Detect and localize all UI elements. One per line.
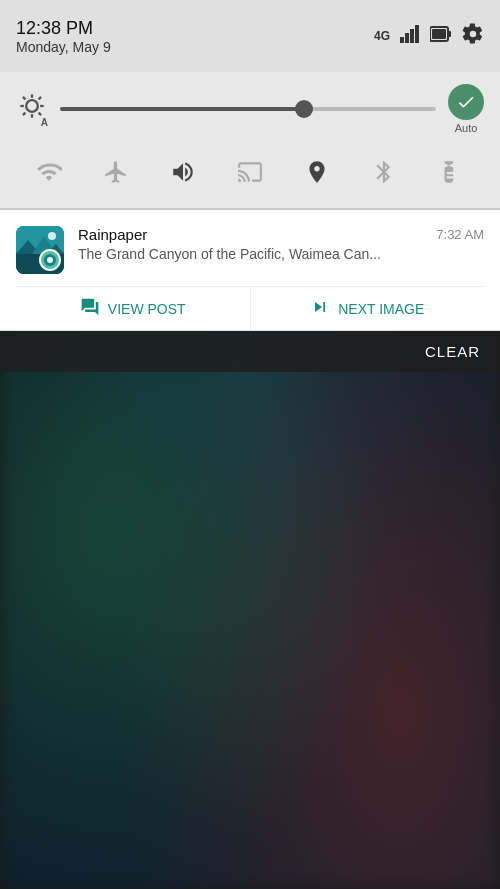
svg-rect-3 (415, 25, 419, 43)
svg-rect-1 (405, 33, 409, 43)
svg-line-13 (39, 113, 41, 115)
svg-rect-2 (410, 29, 414, 43)
battery-icon (430, 25, 452, 47)
clear-button[interactable]: CLEAR (425, 343, 480, 360)
status-icons: 4G (374, 23, 484, 49)
skip-next-icon (310, 297, 330, 320)
airplane-toggle[interactable] (96, 152, 136, 192)
brightness-icon: A (16, 92, 48, 126)
notification-content: Rainpaper 7:32 AM The Grand Canyon of th… (78, 226, 484, 262)
clock: 12:38 PM (16, 18, 374, 39)
comment-icon (80, 297, 100, 320)
svg-line-14 (39, 97, 41, 99)
status-time: 12:38 PM Monday, May 9 (16, 18, 374, 55)
app-icon (16, 226, 64, 274)
brightness-row: A Auto (16, 84, 484, 134)
date: Monday, May 9 (16, 39, 374, 55)
next-image-button[interactable]: NEXT IMAGE (251, 287, 485, 330)
svg-point-24 (47, 257, 53, 263)
brightness-slider[interactable] (60, 107, 436, 111)
notification-title-row: Rainpaper 7:32 AM (78, 226, 484, 243)
screencast-toggle[interactable] (230, 152, 270, 192)
signal-icon (400, 25, 420, 48)
view-post-label: VIEW POST (108, 301, 186, 317)
svg-rect-5 (448, 31, 451, 37)
app-name: Rainpaper (78, 226, 147, 243)
bluetooth-toggle[interactable] (364, 152, 404, 192)
svg-rect-0 (400, 37, 404, 43)
next-image-label: NEXT IMAGE (338, 301, 424, 317)
svg-point-7 (26, 100, 38, 112)
svg-rect-6 (432, 29, 446, 39)
notification-actions: VIEW POST NEXT IMAGE (16, 286, 484, 330)
clear-area: CLEAR (0, 331, 500, 372)
notification-card: Rainpaper 7:32 AM The Grand Canyon of th… (0, 210, 500, 331)
lte-icon: 4G (374, 29, 390, 43)
location-toggle[interactable] (297, 152, 337, 192)
volume-toggle[interactable] (163, 152, 203, 192)
svg-line-15 (23, 113, 25, 115)
notification-header: Rainpaper 7:32 AM The Grand Canyon of th… (16, 226, 484, 274)
settings-icon[interactable] (462, 23, 484, 49)
auto-brightness-toggle[interactable]: Auto (448, 84, 484, 134)
notification-time: 7:32 AM (436, 227, 484, 242)
auto-label: Auto (455, 122, 478, 134)
quick-toggles-row (16, 148, 484, 196)
svg-line-12 (23, 97, 25, 99)
status-bar: 12:38 PM Monday, May 9 4G (0, 0, 500, 72)
notification-text: The Grand Canyon of the Pacific, Waimea … (78, 246, 484, 262)
flashlight-toggle[interactable] (430, 152, 470, 192)
svg-point-22 (48, 232, 56, 240)
wifi-toggle[interactable] (29, 152, 69, 192)
quick-settings-panel: A Auto (0, 72, 500, 208)
view-post-button[interactable]: VIEW POST (16, 287, 251, 330)
